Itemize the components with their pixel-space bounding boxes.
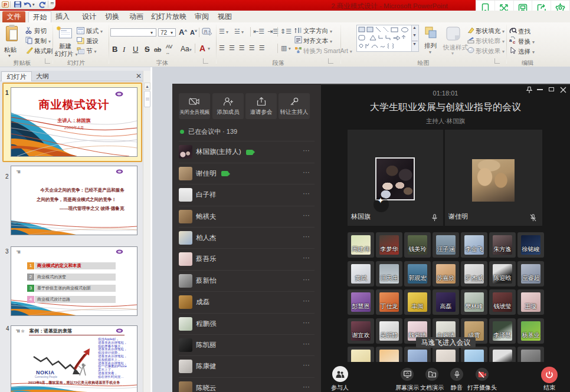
svg-text:a: a (509, 38, 512, 43)
svg-text:吕: 吕 (204, 29, 208, 34)
svg-text:c: c (513, 39, 516, 44)
